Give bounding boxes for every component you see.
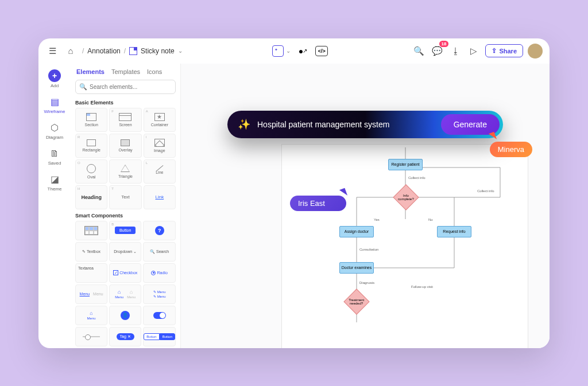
canvas[interactable]: Register patient Collect info Info compl… [181,64,550,348]
home-icon[interactable]: ⌂ [64,44,78,58]
toolbar-center: ⌄ ●↗ </> [272,45,328,57]
element-text[interactable]: TText [109,185,141,209]
rail-saved[interactable]: 🗎Saved [38,145,71,169]
smart-tag[interactable]: Tag ✕ [109,327,141,346]
rail-diagram[interactable]: ⬡Diagram [38,119,71,143]
main-area: +Add ▤Wireframe ⬡Diagram 🗎Saved ◪Theme E… [38,64,550,348]
flow-label-collect: Collect info [408,176,425,180]
basic-elements-title: Basic Elements [75,100,176,106]
element-overlay[interactable]: Overlay [109,134,141,158]
smart-dropdown[interactable]: Dropdown ⌄ [109,242,141,262]
smart-menu-home[interactable]: ⌂Menu⌂Menu [109,284,141,304]
top-bar: ☰ ⌂ / Annotation / Sticky note ⌄ ⌄ ●↗ </… [38,38,550,64]
sticky-note-icon [129,47,137,55]
flow-treatment[interactable]: Treatment needed? [343,288,369,314]
smart-checkbox[interactable]: ✓ Checkbox [109,263,141,283]
smart-user[interactable]: 👤 [109,306,141,325]
flow-label-collect2: Collect info [477,189,494,193]
menu-icon[interactable]: ☰ [45,44,59,58]
flow-examine[interactable]: Doctor examines [339,262,374,274]
element-heading[interactable]: HHeading [75,185,107,209]
smart-menu-tabs[interactable]: Menu Menu [75,284,107,304]
flow-label-yes: Yes [374,218,380,221]
breadcrumb-root[interactable]: Annotation [87,47,120,55]
smart-help[interactable]: ? [143,221,176,240]
generate-button[interactable]: Generate [441,114,500,135]
element-screen[interactable]: FScreen [109,108,141,132]
saved-icon: 🗎 [49,148,60,159]
element-rectangle[interactable]: RRectangle [75,134,107,158]
smart-radio[interactable]: Radio [143,263,176,283]
search-icon[interactable]: 🔍 [412,44,425,58]
flow-complete[interactable]: Info complete? [393,184,419,210]
flowchart[interactable]: Register patient Collect info Info compl… [281,144,528,348]
flow-label-followup: Follow-up visit [411,285,433,288]
sparkle-icon: ✨ [238,118,250,131]
smart-button[interactable]: BButton [109,221,141,240]
smart-slider[interactable] [75,327,107,346]
flow-label-diagnosis: Diagnosis [359,281,374,284]
play-icon[interactable]: ▷ [467,44,481,58]
cursor-minerva: Minerva [490,132,532,157]
tab-elements[interactable]: Elements [76,68,105,75]
smart-switch[interactable] [143,306,176,325]
smart-button-group[interactable]: ButtonButton [143,327,176,346]
smart-table[interactable] [75,221,107,240]
comments-icon[interactable]: 💬 [430,44,444,58]
diagram-icon: ⬡ [49,122,60,134]
download-icon[interactable]: ⭳ [448,44,462,58]
search-input[interactable] [75,80,176,94]
chevron-down-icon[interactable]: ⌄ [178,48,183,54]
flow-request[interactable]: Request info [437,226,471,237]
smart-menu-icon[interactable]: ⌂Menu [75,306,107,325]
tab-templates[interactable]: Templates [111,68,140,75]
smart-textbox[interactable]: ✎ Textbox [75,242,107,262]
flow-register[interactable]: Register patient [388,159,423,170]
theme-icon: ◪ [49,174,60,185]
smart-components-title: Smart Components [75,213,176,219]
element-triangle[interactable]: Triangle [109,159,141,184]
cursor-iris: Iris East [290,189,346,211]
rail-wireframe[interactable]: ▤Wireframe [38,93,71,118]
share-button[interactable]: ⇪Share [485,44,523,57]
element-container[interactable]: A★Container [144,108,176,132]
ai-tool-icon[interactable] [272,45,284,57]
rail-theme[interactable]: ◪Theme [38,170,71,195]
app-window: ☰ ⌂ / Annotation / Sticky note ⌄ ⌄ ●↗ </… [38,38,550,348]
ai-prompt-bar: ✨ Hospital patient management system Gen… [227,111,503,138]
left-rail: +Add ▤Wireframe ⬡Diagram 🗎Saved ◪Theme [38,64,71,348]
search-icon: 🔍 [79,83,87,91]
element-line[interactable]: LLine [144,159,176,184]
rail-add[interactable]: +Add [38,66,71,92]
smart-search[interactable]: 🔍 Search [143,242,176,262]
tab-icons[interactable]: Icons [147,68,162,75]
smart-menu-list[interactable]: ✎ Menu✎ Menu [143,284,176,304]
code-view-icon[interactable]: </> [315,46,328,56]
element-oval[interactable]: OOval [75,159,107,184]
element-image[interactable]: IImage [144,134,176,158]
flowchart-connectors [282,145,528,348]
element-link[interactable]: Link [144,185,176,209]
flow-tool-icon[interactable]: ●↗ [299,46,307,56]
smart-textarea[interactable]: Textarea [75,263,107,283]
breadcrumb-page[interactable]: Sticky note [141,47,175,55]
ai-prompt-text[interactable]: Hospital patient management system [257,120,441,129]
cursor-arrow-icon [489,131,497,141]
elements-panel: Elements Templates Icons 🔍 Basic Element… [71,64,181,348]
flow-label-no: No [428,218,433,221]
flow-assign[interactable]: Assign doctor [339,226,374,237]
plus-icon: + [48,69,61,82]
element-section[interactable]: Section [75,108,107,132]
wireframe-icon: ▤ [49,96,60,108]
avatar[interactable] [528,44,543,59]
chevron-down-icon[interactable]: ⌄ [286,48,291,54]
flow-label-consult: Consultation [359,248,378,251]
breadcrumb: / Annotation / Sticky note ⌄ [82,47,183,55]
